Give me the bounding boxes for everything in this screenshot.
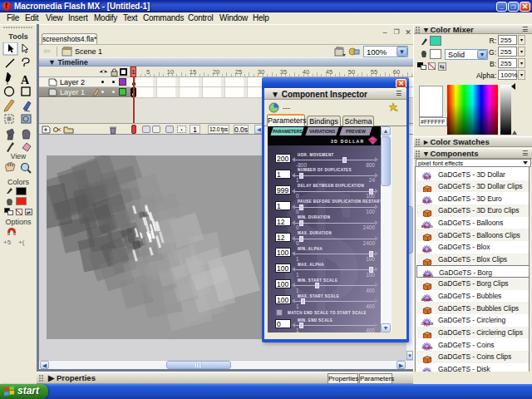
svg-text:A: A: [21, 74, 30, 86]
